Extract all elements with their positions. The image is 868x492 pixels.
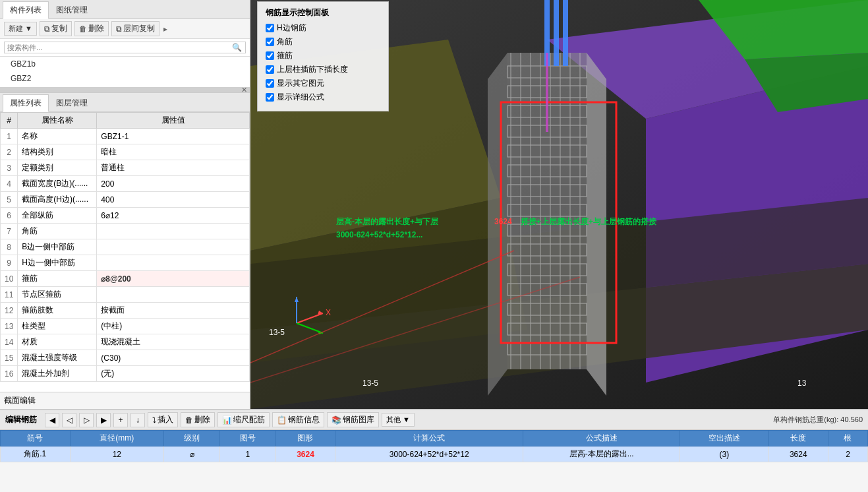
copy-button[interactable]: ⧉ 复制 — [40, 21, 72, 36]
th-fig-no: 图号 — [220, 431, 276, 446]
delete-icon: 🗑 — [79, 24, 87, 34]
prop-row-value: GBZ1-1 — [97, 129, 250, 144]
checkbox-options: H边钢筋角筋箍筋上层柱插筋下插长度显示其它图元显示详细公式 — [266, 22, 380, 103]
rebar-option-checkbox[interactable] — [266, 51, 274, 60]
th-shape: 图形 — [275, 431, 335, 446]
list-item[interactable]: GBZ1b — [0, 57, 250, 71]
th-count: 根 — [828, 431, 867, 446]
prop-row-name: 节点区箍筋 — [18, 287, 97, 303]
rebar-option-checkbox[interactable] — [266, 65, 274, 74]
th-grade: 级别 — [164, 431, 220, 446]
rebar-option-checkbox[interactable] — [266, 38, 274, 46]
prop-row-num: 4 — [1, 176, 18, 192]
insert-button[interactable]: ⤵ 插入 — [148, 412, 178, 427]
prop-row-num: 6 — [1, 208, 18, 224]
prop-row-num: 10 — [1, 271, 18, 287]
search-input[interactable] — [4, 42, 246, 53]
delete-rebar-button[interactable]: 🗑 删除 — [181, 412, 215, 427]
col-prop-value: 属性值 — [97, 113, 250, 129]
tab-props-list[interactable]: 属性列表 — [3, 94, 49, 112]
bottom-toolbar: 编辑钢筋 ◀ ◁ ▷ ▶ + ↓ ⤵ 插入 🗑 删除 📊 缩尺配筋 📋 钢筋信息… — [0, 410, 868, 430]
resize-rebar-button[interactable]: 📊 缩尺配筋 — [217, 412, 270, 427]
prop-row-value: 400 — [97, 192, 250, 208]
cell-count: 2 — [828, 446, 867, 462]
tab-layer-management[interactable]: 图层管理 — [49, 94, 95, 111]
prop-row-name: 截面宽度(B边)(...... — [18, 176, 97, 192]
rebar-library-button[interactable]: 📚 钢筋图库 — [327, 412, 379, 427]
rebar-table-row[interactable]: 角筋.112⌀136243000-624+52*d+52*12层高-本层的露出.… — [1, 446, 868, 462]
list-item[interactable]: GBZ2 — [0, 71, 250, 86]
rebar-option-label: 显示详细公式 — [277, 92, 324, 103]
nav-prev-button[interactable]: ◁ — [62, 413, 76, 427]
divider-handle[interactable]: ✕ — [0, 87, 250, 92]
tab-drawing-management[interactable]: 图纸管理 — [49, 1, 95, 18]
nav-last-button[interactable]: ▶ — [96, 413, 111, 427]
3d-view[interactable]: 层高-本层的露出长度+与下层 3624 搭接+上层露出长度+与上层钢筋的搭接 3… — [250, 0, 868, 409]
layer-copy-button[interactable]: ⧉ 层间复制 — [111, 21, 159, 36]
add-row-button[interactable]: + — [113, 413, 128, 427]
prop-row-name: 结构类别 — [18, 144, 97, 160]
remove-row-button[interactable]: ↓ — [130, 413, 145, 427]
new-button[interactable]: 新建 ▼ — [4, 22, 37, 36]
svg-rect-36 — [554, 0, 559, 66]
svg-text:搭接+上层露出长度+与上层钢筋的搭接: 搭接+上层露出长度+与上层钢筋的搭接 — [520, 217, 657, 226]
rebar-option-checkbox[interactable] — [266, 79, 274, 88]
prop-row-value: 6⌀12 — [97, 208, 250, 224]
cell-bar-no: 角筋.1 — [1, 446, 71, 462]
prop-row-value: 普通柱 — [97, 160, 250, 176]
prop-row-value: 按截面 — [97, 303, 250, 319]
section-edit-footer[interactable]: 截面编辑 — [0, 392, 250, 409]
th-formula: 计算公式 — [335, 431, 523, 446]
prop-row-value — [97, 287, 250, 303]
prop-row-num: 11 — [1, 287, 18, 303]
properties-section: 属性列表 图层管理 # 属性名称 属性值 1名称GBZ1-12结构类别暗柱3定额… — [0, 92, 250, 409]
layer-copy-icon: ⧉ — [116, 24, 122, 34]
prop-row-name: 箍筋 — [18, 271, 97, 287]
rebar-option-label: 显示其它图元 — [277, 78, 324, 89]
weight-label: 单构件钢筋总重(kg): 40.560 — [773, 415, 863, 425]
rebar-option-label: 上层柱插筋下插长度 — [277, 64, 348, 75]
prop-row-num: 3 — [1, 160, 18, 176]
delete-button[interactable]: 🗑 删除 — [74, 21, 109, 36]
cell-formula: 3000-624+52*d+52*12 — [335, 446, 523, 462]
th-out-desc: 空出描述 — [680, 431, 768, 446]
svg-text:X: X — [326, 308, 331, 317]
tab-component-list[interactable]: 构件列表 — [3, 1, 49, 19]
nav-next-button[interactable]: ▷ — [79, 413, 94, 427]
search-bar: 🔍 — [0, 39, 250, 57]
prop-row-name: 材质 — [18, 334, 97, 350]
cell-length: 3624 — [768, 446, 828, 462]
rebar-option-checkbox[interactable] — [266, 93, 274, 102]
rebar-info-button[interactable]: 📋 钢筋信息 — [272, 412, 324, 427]
svg-text:3624: 3624 — [494, 217, 512, 226]
resize-icon: 📊 — [222, 415, 232, 425]
left-panel: 构件列表 图纸管理 新建 ▼ ⧉ 复制 🗑 删除 ⧉ 层间复制 ▸ 🔍 — [0, 0, 250, 409]
other-button[interactable]: 其他 ▼ — [382, 413, 415, 427]
more-button[interactable]: ▸ — [163, 24, 167, 34]
svg-text:层高-本层的露出长度+与下层: 层高-本层的露出长度+与下层 — [335, 217, 439, 226]
prop-row-value[interactable]: ⌀8@200 — [97, 271, 250, 287]
cell-shape: 3624 — [275, 446, 335, 462]
trash-icon: 🗑 — [185, 415, 193, 425]
checkbox-row: 显示详细公式 — [266, 92, 380, 103]
prop-row-name: 截面高度(H边)(...... — [18, 192, 97, 208]
top-toolbar: 新建 ▼ ⧉ 复制 🗑 删除 ⧉ 层间复制 ▸ — [0, 19, 250, 39]
cell-desc: 层高-本层的露出... — [523, 446, 680, 462]
bottom-panel: 编辑钢筋 ◀ ◁ ▷ ▶ + ↓ ⤵ 插入 🗑 删除 📊 缩尺配筋 📋 钢筋信息… — [0, 409, 868, 492]
prop-row-num: 2 — [1, 144, 18, 160]
prop-row-name: 全部纵筋 — [18, 208, 97, 224]
prop-row-num: 12 — [1, 303, 18, 319]
cell-diameter: 12 — [70, 446, 164, 462]
component-list: GBZ1b GBZ2 GBZ2a GBZ2b GBZ3 — [0, 57, 250, 87]
prop-row-num: 16 — [1, 366, 18, 382]
svg-text:13-5: 13-5 — [362, 379, 378, 388]
float-panel-title: 钢筋显示控制面板 — [266, 7, 380, 18]
rebar-option-checkbox[interactable] — [266, 24, 274, 32]
prop-row-value: (C30) — [97, 350, 250, 366]
prop-row-name: B边一侧中部筋 — [18, 239, 97, 255]
info-icon: 📋 — [277, 415, 287, 425]
prop-row-num: 8 — [1, 239, 18, 255]
prop-row-num: 9 — [1, 255, 18, 271]
nav-first-button[interactable]: ◀ — [45, 413, 59, 427]
checkbox-row: 显示其它图元 — [266, 78, 380, 89]
